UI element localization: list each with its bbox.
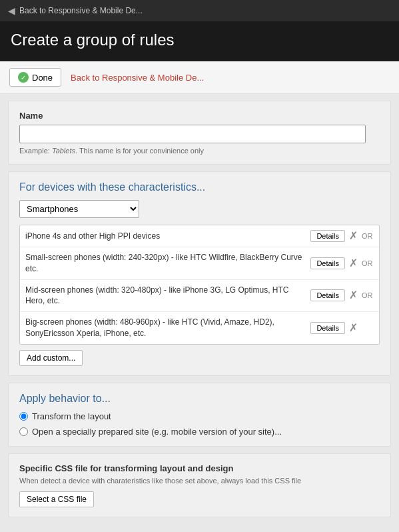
details-button-3[interactable]: Details bbox=[310, 289, 345, 301]
action-bar: ✓ Done Back to Responsive & Mobile De... bbox=[0, 61, 399, 94]
back-arrow-icon: ◀ bbox=[8, 5, 15, 16]
page-title: Create a group of rules bbox=[11, 31, 388, 49]
behavior-option-1-label: Transform the layout bbox=[32, 411, 111, 421]
behavior-option-1[interactable]: Transform the layout bbox=[19, 411, 380, 421]
device-row-text: Small-screen phones (width: 240-320px) -… bbox=[25, 252, 306, 275]
remove-icon-1[interactable]: ✗ bbox=[349, 231, 358, 241]
or-label-2: OR bbox=[362, 259, 374, 267]
main-content: Name Example: Tablets. This name is for … bbox=[0, 94, 399, 524]
or-label-1: OR bbox=[362, 232, 374, 240]
name-example: Example: Tablets. This name is for your … bbox=[19, 147, 380, 155]
device-row: iPhone 4s and other High PPI devices Det… bbox=[20, 225, 379, 247]
details-button-2[interactable]: Details bbox=[310, 257, 345, 269]
behavior-section: Apply behavior to... Transform the layou… bbox=[8, 383, 391, 447]
name-label: Name bbox=[19, 111, 380, 121]
css-section-title: Specific CSS file for transforming layou… bbox=[19, 463, 380, 473]
behavior-radio-group: Transform the layout Open a specially pr… bbox=[19, 411, 380, 437]
behavior-radio-1[interactable] bbox=[19, 412, 28, 421]
device-row: Small-screen phones (width: 240-320px) -… bbox=[20, 247, 379, 280]
behavior-option-2[interactable]: Open a specially prepared site (e.g. mob… bbox=[19, 427, 380, 437]
details-button-4[interactable]: Details bbox=[310, 322, 345, 334]
add-custom-button[interactable]: Add custom... bbox=[19, 350, 83, 366]
device-row: Mid-screen phones (width: 320-480px) - l… bbox=[20, 280, 379, 313]
behavior-section-title: Apply behavior to... bbox=[19, 393, 380, 405]
remove-icon-2[interactable]: ✗ bbox=[349, 258, 358, 269]
top-nav: ◀ Back to Responsive & Mobile De... bbox=[0, 0, 399, 21]
device-row-text: Mid-screen phones (width: 320-480px) - l… bbox=[25, 285, 306, 307]
back-link[interactable]: Back to Responsive & Mobile De... bbox=[71, 73, 204, 83]
or-label-3: OR bbox=[362, 291, 374, 299]
done-button[interactable]: ✓ Done bbox=[9, 68, 61, 87]
select-css-button[interactable]: Select a CSS file bbox=[19, 491, 94, 507]
name-section: Name Example: Tablets. This name is for … bbox=[8, 101, 391, 165]
behavior-radio-2[interactable] bbox=[19, 427, 28, 436]
page-title-bar: Create a group of rules bbox=[0, 21, 399, 61]
css-section: Specific CSS file for transforming layou… bbox=[8, 453, 391, 517]
top-nav-back-text[interactable]: Back to Responsive & Mobile De... bbox=[19, 6, 143, 15]
devices-section-title: For devices with these characteristics..… bbox=[19, 181, 380, 193]
behavior-option-2-label: Open a specially prepared site (e.g. mob… bbox=[32, 427, 282, 437]
device-row-text: Big-screen phones (width: 480-960px) - l… bbox=[25, 317, 306, 339]
remove-icon-4[interactable]: ✗ bbox=[349, 323, 358, 333]
done-label: Done bbox=[32, 73, 53, 83]
device-category-select[interactable]: Smartphones Tablets Desktops All devices bbox=[19, 200, 139, 218]
devices-section: For devices with these characteristics..… bbox=[8, 171, 391, 376]
remove-icon-3[interactable]: ✗ bbox=[349, 290, 358, 301]
device-row: Big-screen phones (width: 480-960px) - l… bbox=[20, 312, 379, 344]
device-list: iPhone 4s and other High PPI devices Det… bbox=[19, 225, 380, 345]
device-row-text: iPhone 4s and other High PPI devices bbox=[25, 231, 306, 242]
check-icon: ✓ bbox=[18, 72, 29, 83]
details-button-1[interactable]: Details bbox=[310, 230, 345, 242]
css-section-description: When detect a device with charateristics… bbox=[19, 476, 380, 486]
name-input[interactable] bbox=[19, 125, 366, 143]
